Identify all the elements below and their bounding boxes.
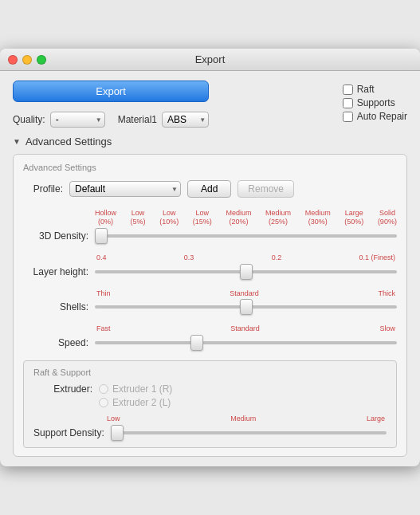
density-tick-8: Solid(90%)	[378, 209, 397, 226]
titlebar: Export	[0, 49, 420, 71]
auto-repair-label: Auto Repair	[357, 111, 407, 122]
speed-tick-labels-row: Fast Standard Slow	[23, 324, 397, 333]
top-controls: Export Quality: - Low Medium High Materi…	[13, 81, 407, 128]
support-tick-labels-row: Low Medium Large	[33, 415, 387, 423]
speed-slider-label: Speed:	[23, 337, 88, 348]
support-tick-0: Low	[107, 415, 120, 423]
auto-repair-checkbox-row: Auto Repair	[343, 111, 407, 122]
maximize-icon[interactable]	[37, 55, 46, 65]
supports-checkbox[interactable]	[343, 98, 353, 108]
density-tick-4: Medium(20%)	[226, 209, 251, 226]
layer-height-slider-section: 0.4 0.3 0.2 0.1 (Finest) Layer height:	[23, 254, 397, 280]
raft-support-label: Raft & Support	[33, 368, 387, 377]
raft-support-section: Raft & Support Extruder: Extruder 1 (R) …	[23, 360, 397, 448]
layer-tick-0: 0.4	[96, 254, 107, 262]
speed-tick-0: Fast	[96, 324, 111, 333]
density-tick-labels-row: Hollow(0%) Low(5%) Low(10%) Low(15%) Med…	[23, 209, 397, 226]
speed-slider-section: Fast Standard Slow Speed:	[23, 324, 397, 351]
speed-slider-row: Speed:	[23, 335, 397, 351]
speed-tick-1: Standard	[230, 324, 260, 333]
quality-label: Quality:	[13, 114, 45, 125]
speed-tick-2: Slow	[379, 324, 395, 333]
density-slider[interactable]	[95, 234, 397, 238]
supports-label: Supports	[357, 97, 395, 108]
profile-select-wrapper[interactable]: Default Custom	[69, 181, 181, 197]
minimize-icon[interactable]	[22, 55, 32, 65]
speed-slider[interactable]	[95, 341, 397, 344]
layer-height-slider[interactable]	[95, 270, 397, 273]
density-tick-7: Large(50%)	[344, 209, 363, 226]
shells-tick-labels: Thin Standard Thick	[95, 289, 397, 298]
layer-tick-labels: 0.4 0.3 0.2 0.1 (Finest)	[95, 254, 397, 262]
add-button[interactable]: Add	[187, 180, 231, 198]
shells-slider-label: Shells:	[23, 301, 88, 313]
triangle-icon: ▼	[13, 137, 21, 146]
support-density-slider-container	[111, 425, 387, 441]
quality-select-wrapper[interactable]: - Low Medium High	[50, 112, 105, 128]
layer-slider-container	[95, 264, 397, 280]
shells-tick-1: Standard	[230, 289, 259, 298]
support-density-label: Support Density:	[33, 427, 104, 438]
supports-checkbox-row: Supports	[343, 97, 407, 108]
density-slider-section: Hollow(0%) Low(5%) Low(10%) Low(15%) Med…	[23, 209, 397, 244]
density-tick-1: Low(5%)	[131, 209, 146, 226]
speed-slider-container	[95, 335, 397, 351]
material-label: Material1	[118, 114, 157, 125]
extruder-radio-group: Extruder 1 (R) Extruder 2 (L)	[99, 383, 172, 408]
left-controls: Export Quality: - Low Medium High Materi…	[13, 81, 209, 128]
density-tick-2: Low(10%)	[159, 209, 179, 226]
titlebar-buttons	[8, 55, 46, 65]
extruder-row: Extruder: Extruder 1 (R) Extruder 2 (L)	[33, 383, 387, 408]
support-density-slider[interactable]	[111, 431, 387, 434]
support-density-section: Low Medium Large Support Density:	[33, 415, 387, 441]
shells-slider-section: Thin Standard Thick Shells:	[23, 289, 397, 316]
advanced-toggle[interactable]: ▼ Advanced Settings	[13, 136, 407, 147]
extruder1-radio-item: Extruder 1 (R)	[99, 383, 172, 395]
material-select[interactable]: ABS PLA PETG	[162, 112, 209, 128]
support-tick-2: Large	[367, 415, 385, 423]
window-title: Export	[195, 53, 226, 65]
extruder1-radio[interactable]	[99, 384, 108, 394]
layer-tick-1: 0.3	[184, 254, 194, 262]
density-slider-label: 3D Density:	[23, 230, 88, 242]
layer-tick-2: 0.2	[272, 254, 282, 262]
shells-tick-labels-row: Thin Standard Thick	[23, 289, 397, 298]
export-window: Export Export Quality: - Low Medium High	[0, 49, 420, 466]
advanced-settings-panel: Advanced Settings Profile: Default Custo…	[13, 154, 407, 457]
layer-tick-3: 0.1 (Finest)	[359, 254, 395, 262]
shells-slider-container	[95, 299, 397, 315]
quality-row: Quality: - Low Medium High Material1 ABS	[13, 112, 209, 128]
auto-repair-checkbox[interactable]	[343, 112, 353, 122]
material-select-wrapper[interactable]: ABS PLA PETG	[162, 112, 209, 128]
window-content: Export Quality: - Low Medium High Materi…	[0, 71, 420, 466]
layer-slider-label: Layer height:	[23, 266, 88, 277]
checkboxes-group: Raft Supports Auto Repair	[343, 81, 407, 122]
advanced-section-label: Advanced Settings	[23, 163, 397, 172]
profile-select[interactable]: Default Custom	[69, 181, 181, 197]
layer-tick-labels-row: 0.4 0.3 0.2 0.1 (Finest)	[23, 254, 397, 262]
density-tick-5: Medium(25%)	[265, 209, 291, 226]
extruder2-radio-item: Extruder 2 (L)	[99, 397, 172, 408]
density-slider-container	[95, 228, 397, 244]
close-icon[interactable]	[8, 55, 18, 65]
density-tick-labels: Hollow(0%) Low(5%) Low(10%) Low(15%) Med…	[95, 209, 397, 226]
raft-checkbox-row: Raft	[343, 84, 407, 95]
profile-row: Profile: Default Custom Add Remove	[23, 180, 397, 198]
shells-tick-2: Thick	[378, 289, 395, 298]
quality-select[interactable]: - Low Medium High	[50, 112, 105, 128]
shells-slider[interactable]	[95, 305, 397, 309]
shells-tick-0: Thin	[96, 289, 111, 298]
profile-label: Profile:	[23, 183, 63, 195]
shells-slider-row: Shells:	[23, 299, 397, 315]
support-density-slider-row: Support Density:	[33, 425, 387, 441]
density-tick-0: Hollow(0%)	[95, 209, 116, 226]
raft-label: Raft	[357, 84, 375, 95]
extruder-label: Extruder:	[33, 383, 99, 395]
raft-checkbox[interactable]	[343, 85, 353, 95]
advanced-toggle-label: Advanced Settings	[26, 136, 112, 147]
density-tick-6: Medium(30%)	[305, 209, 331, 226]
extruder2-radio[interactable]	[99, 398, 108, 407]
density-slider-row: 3D Density:	[23, 228, 397, 244]
remove-button[interactable]: Remove	[237, 180, 294, 198]
export-button[interactable]: Export	[13, 81, 209, 102]
